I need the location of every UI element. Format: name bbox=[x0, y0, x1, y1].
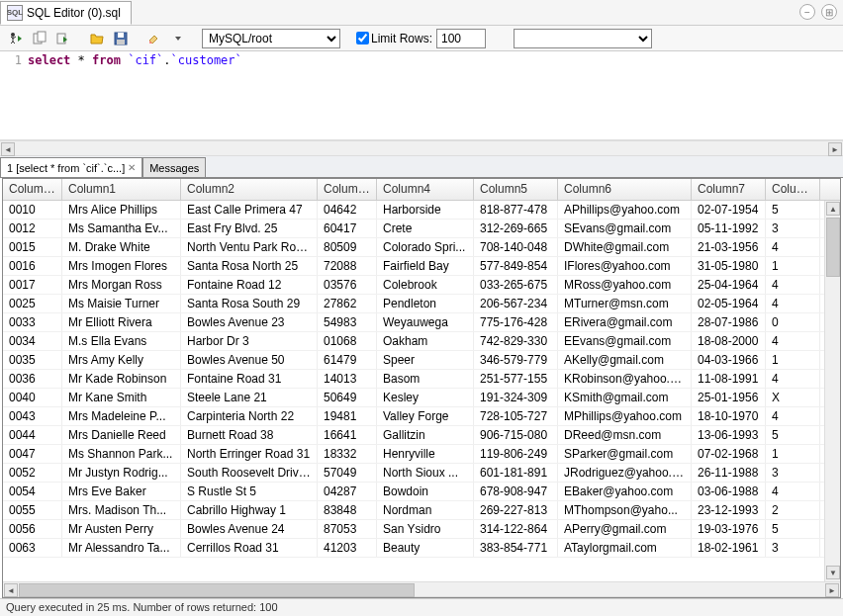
clear-dropdown-button[interactable] bbox=[168, 29, 188, 48]
cell: 16641 bbox=[318, 426, 377, 444]
save-button[interactable] bbox=[111, 29, 131, 48]
cell: 18-10-1970 bbox=[692, 407, 766, 425]
cell: 01068 bbox=[318, 332, 377, 350]
cell: Crete bbox=[377, 220, 474, 237]
tab-results-label: 1 [select * from `cif`.`c...] bbox=[7, 162, 125, 174]
table-row[interactable]: 0010Mrs Alice PhillipsEast Calle Primera… bbox=[3, 201, 840, 220]
limit-rows-input[interactable] bbox=[436, 29, 486, 48]
table-row[interactable]: 0052Mr Justyn Rodrig...South Roosevelt D… bbox=[3, 464, 840, 483]
cell: 04287 bbox=[318, 483, 377, 500]
editor-code[interactable]: select * from `cif`.`customer` bbox=[28, 53, 843, 137]
column-header[interactable]: Column0 bbox=[3, 179, 62, 200]
grid-vscrollbar[interactable]: ▲ ▼ bbox=[824, 201, 840, 581]
cell: 0047 bbox=[3, 445, 62, 463]
cell: East Fry Blvd. 25 bbox=[181, 220, 318, 237]
limit-rows-checkbox[interactable] bbox=[356, 32, 369, 44]
table-row[interactable]: 0016Mrs Imogen FloresSanta Rosa North 25… bbox=[3, 257, 840, 276]
cell: 206-567-234 bbox=[474, 295, 558, 312]
table-row[interactable]: 0036Mr Kade RobinsonFontaine Road 311401… bbox=[3, 370, 840, 389]
cell: Harbor Dr 3 bbox=[181, 332, 318, 350]
cell: Colebrook bbox=[377, 276, 474, 294]
tab-messages-label: Messages bbox=[149, 162, 199, 174]
column-header[interactable]: Column5 bbox=[474, 179, 558, 200]
column-header[interactable]: Column7 bbox=[692, 179, 766, 200]
cell: Mrs Amy Kelly bbox=[62, 351, 181, 369]
cell: Mrs Alice Phillips bbox=[62, 201, 181, 219]
cell: 80509 bbox=[318, 238, 377, 256]
scroll-left-icon[interactable]: ◄ bbox=[4, 583, 18, 597]
source-button[interactable] bbox=[30, 29, 49, 48]
grid-hscrollbar[interactable]: ◄ ► bbox=[3, 581, 840, 597]
scroll-right-icon[interactable]: ► bbox=[825, 583, 839, 597]
scroll-left-icon[interactable]: ◄ bbox=[1, 142, 15, 156]
cell: Mr Kane Smith bbox=[62, 389, 181, 406]
title-tabbar: SQL SQL Editor (0).sql − ⊞ bbox=[0, 0, 843, 26]
open-button[interactable] bbox=[87, 29, 107, 48]
cell: 5 bbox=[766, 520, 820, 538]
connection-select[interactable]: MySQL/root bbox=[202, 29, 340, 48]
cell: 13-06-1993 bbox=[692, 426, 766, 444]
sql-editor[interactable]: 1 select * from `cif`.`customer` bbox=[0, 51, 843, 140]
scroll-right-icon[interactable]: ► bbox=[828, 142, 842, 156]
table-row[interactable]: 0055Mrs. Madison Th...Cabrillo Highway 1… bbox=[3, 501, 840, 520]
maximize-button[interactable]: ⊞ bbox=[821, 4, 837, 20]
cell: Fontaine Road 12 bbox=[181, 276, 318, 294]
tab-messages[interactable]: Messages bbox=[142, 157, 206, 177]
cell: Bowles Avenue 24 bbox=[181, 520, 318, 538]
cell: Mrs Imogen Flores bbox=[62, 257, 181, 275]
file-tab[interactable]: SQL SQL Editor (0).sql bbox=[0, 1, 132, 25]
cell: 191-324-309 bbox=[474, 389, 558, 406]
column-header[interactable]: Column2 bbox=[181, 179, 318, 200]
cell: 19481 bbox=[318, 407, 377, 425]
table-row[interactable]: 0047Ms Shannon Park...North Erringer Roa… bbox=[3, 445, 840, 464]
scroll-thumb[interactable] bbox=[19, 583, 415, 597]
history-select[interactable] bbox=[514, 29, 652, 48]
table-row[interactable]: 0012Ms Samantha Ev...East Fry Blvd. 2560… bbox=[3, 220, 840, 238]
grid-body[interactable]: 0010Mrs Alice PhillipsEast Calle Primera… bbox=[3, 201, 840, 581]
cell: 0055 bbox=[3, 501, 62, 519]
cell: Mrs Morgan Ross bbox=[62, 276, 181, 294]
column-header[interactable]: Column8 bbox=[766, 179, 820, 200]
table-row[interactable]: 0040Mr Kane SmithSteele Lane 2150649Kesl… bbox=[3, 389, 840, 407]
table-row[interactable]: 0063Mr Alessandro Ta...Cerrillos Road 31… bbox=[3, 539, 840, 558]
execute-current-button[interactable] bbox=[53, 29, 73, 48]
column-header[interactable]: Column6 bbox=[558, 179, 692, 200]
cell: 728-105-727 bbox=[474, 407, 558, 425]
cell: Mrs Eve Baker bbox=[62, 483, 181, 500]
scroll-up-icon[interactable]: ▲ bbox=[826, 202, 840, 216]
cell: 314-122-864 bbox=[474, 520, 558, 538]
cell: Nordman bbox=[377, 501, 474, 519]
column-header[interactable]: Column1 bbox=[62, 179, 181, 200]
cell: North Ventu Park Roa... bbox=[181, 238, 318, 256]
run-button[interactable] bbox=[6, 29, 26, 48]
column-header[interactable]: Column3 bbox=[318, 179, 377, 200]
status-text: Query executed in 25 ms. Number of rows … bbox=[6, 601, 278, 613]
table-row[interactable]: 0034M.s Ella EvansHarbor Dr 301068Oakham… bbox=[3, 332, 840, 351]
cell: 577-849-854 bbox=[474, 257, 558, 275]
cell: 0 bbox=[766, 313, 820, 331]
table-row[interactable]: 0054Mrs Eve BakerS Rustle St 504287Bowdo… bbox=[3, 483, 840, 501]
table-row[interactable]: 0017Mrs Morgan RossFontaine Road 1203576… bbox=[3, 276, 840, 295]
table-row[interactable]: 0025Ms Maisie TurnerSanta Rosa South 292… bbox=[3, 295, 840, 313]
tab-results[interactable]: 1 [select * from `cif`.`c...] ✕ bbox=[0, 157, 142, 177]
cell: Mr Justyn Rodrig... bbox=[62, 464, 181, 482]
cell: 5 bbox=[766, 426, 820, 444]
clear-button[interactable] bbox=[144, 29, 164, 48]
column-header[interactable]: Column4 bbox=[377, 179, 474, 200]
toolbar: MySQL/root Limit Rows: bbox=[0, 26, 843, 51]
table-row[interactable]: 0015M. Drake WhiteNorth Ventu Park Roa..… bbox=[3, 238, 840, 257]
cell: 0054 bbox=[3, 483, 62, 500]
cell: 1 bbox=[766, 351, 820, 369]
table-row[interactable]: 0044Mrs Danielle ReedBurnett Road 381664… bbox=[3, 426, 840, 445]
close-icon[interactable]: ✕ bbox=[128, 162, 136, 173]
cell: South Roosevelt Drive... bbox=[181, 464, 318, 482]
table-row[interactable]: 0033Mr Elliott RiveraBowles Avenue 23549… bbox=[3, 313, 840, 332]
minimize-button[interactable]: − bbox=[799, 4, 815, 20]
editor-hscrollbar[interactable]: ◄ ► bbox=[0, 140, 843, 156]
table-row[interactable]: 0035Mrs Amy KellyBowles Avenue 5061479Sp… bbox=[3, 351, 840, 370]
table-row[interactable]: 0056Mr Austen PerryBowles Avenue 2487053… bbox=[3, 520, 840, 539]
table-row[interactable]: 0043Mrs Madeleine P...Carpinteria North … bbox=[3, 407, 840, 426]
scroll-thumb[interactable] bbox=[826, 218, 840, 277]
cell: Fairfield Bay bbox=[377, 257, 474, 275]
scroll-down-icon[interactable]: ▼ bbox=[826, 566, 840, 579]
